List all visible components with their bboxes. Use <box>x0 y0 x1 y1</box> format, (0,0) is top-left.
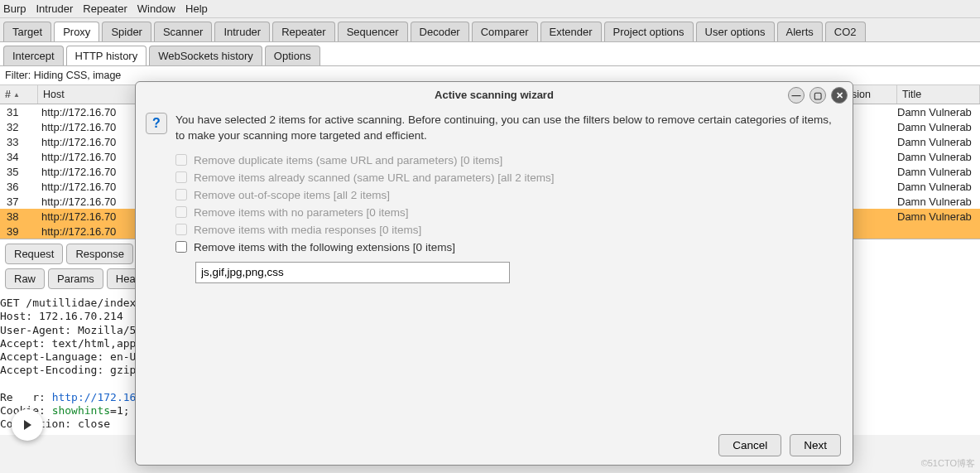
tab-scanner[interactable]: Scanner <box>154 22 212 41</box>
check-label: Remove out-of-scope items [all 2 items] <box>194 189 390 201</box>
cell-num: 37 <box>0 195 38 208</box>
col-title[interactable]: Title <box>897 85 980 104</box>
next-button[interactable]: Next <box>790 434 841 456</box>
tab-sequencer[interactable]: Sequencer <box>338 22 408 41</box>
tab-intruder[interactable]: Intruder <box>214 22 270 41</box>
tab-target[interactable]: Target <box>3 22 51 41</box>
sort-asc-icon: ▲ <box>13 91 20 99</box>
active-scanning-wizard-dialog: Active scanning wizard — ▢ ✕ ? You have … <box>135 81 853 466</box>
cell-num: 39 <box>0 225 38 238</box>
rawtab-params[interactable]: Params <box>48 268 103 289</box>
check-option-2: Remove out-of-scope items [all 2 items] <box>175 189 839 201</box>
checkbox <box>175 154 187 166</box>
cell-title: Damn Vulnerab <box>897 195 980 208</box>
tab-project-options[interactable]: Project options <box>604 22 694 41</box>
watermark: ©51CTO博客 <box>921 457 975 470</box>
cancel-button[interactable]: Cancel <box>718 434 781 456</box>
cell-title: Damn Vulnerab <box>897 210 980 223</box>
cell-num: 34 <box>0 151 38 163</box>
menubar: BurpIntruderRepeaterWindowHelp <box>0 0 980 18</box>
menu-burp[interactable]: Burp <box>3 2 26 15</box>
help-icon[interactable]: ? <box>146 113 167 134</box>
checkbox[interactable] <box>175 241 187 253</box>
check-option-0: Remove duplicate items (same URL and par… <box>175 154 839 167</box>
request-button[interactable]: Request <box>5 244 63 264</box>
checkbox <box>175 224 187 235</box>
check-label: Remove items already scanned (same URL a… <box>194 171 554 184</box>
checkbox <box>175 171 187 183</box>
dialog-intro: You have selected 2 items for active sca… <box>175 113 839 144</box>
play-icon[interactable] <box>12 409 43 441</box>
cell-num: 35 <box>0 166 38 178</box>
response-button[interactable]: Response <box>66 244 133 264</box>
dialog-checks: Remove duplicate items (same URL and par… <box>175 154 839 253</box>
col-number[interactable]: #▲ <box>0 85 38 104</box>
tab-repeater[interactable]: Repeater <box>272 22 334 41</box>
cell-num: 32 <box>0 121 38 133</box>
tab-decoder[interactable]: Decoder <box>411 22 469 41</box>
subtab-websockets-history[interactable]: WebSockets history <box>149 46 262 65</box>
menu-intruder[interactable]: Intruder <box>36 2 73 15</box>
cell-num: 31 <box>0 106 38 118</box>
cell-title: Damn Vulnerab <box>897 106 980 118</box>
cell-num: 36 <box>0 181 38 193</box>
tab-user-options[interactable]: User options <box>696 22 775 41</box>
tab-proxy[interactable]: Proxy <box>54 22 99 41</box>
tab-spider[interactable]: Spider <box>102 22 151 41</box>
check-label: Remove items with no parameters [0 items… <box>194 206 409 219</box>
subtab-http-history[interactable]: HTTP history <box>66 46 147 65</box>
menu-window[interactable]: Window <box>137 2 175 15</box>
check-option-5[interactable]: Remove items with the following extensio… <box>175 241 839 253</box>
rawtab-raw[interactable]: Raw <box>5 268 45 289</box>
cell-num: 33 <box>0 136 38 148</box>
sub-tabs: InterceptHTTP historyWebSockets historyO… <box>0 42 980 66</box>
dialog-title: Active scanning wizard — ▢ ✕ <box>136 82 853 108</box>
check-label: Remove items with media responses [0 ite… <box>194 224 421 236</box>
cell-title: Damn Vulnerab <box>897 166 980 178</box>
cell-title: Damn Vulnerab <box>897 151 980 163</box>
tab-alerts[interactable]: Alerts <box>777 22 823 41</box>
cell-title: Damn Vulnerab <box>897 121 980 133</box>
tab-co2[interactable]: CO2 <box>825 22 866 41</box>
extensions-input[interactable] <box>195 262 510 283</box>
menu-help[interactable]: Help <box>185 2 208 15</box>
maximize-icon[interactable]: ▢ <box>809 87 826 104</box>
tab-extender[interactable]: Extender <box>540 22 602 41</box>
check-label: Remove items with the following extensio… <box>194 241 455 253</box>
subtab-options[interactable]: Options <box>265 46 320 65</box>
cell-num: 38 <box>0 210 38 223</box>
subtab-intercept[interactable]: Intercept <box>3 46 64 65</box>
check-label: Remove duplicate items (same URL and par… <box>194 154 502 167</box>
checkbox <box>175 189 187 200</box>
tab-comparer[interactable]: Comparer <box>472 22 538 41</box>
cell-title: Damn Vulnerab <box>897 136 980 148</box>
check-option-3: Remove items with no parameters [0 items… <box>175 206 839 219</box>
main-tabs: TargetProxySpiderScannerIntruderRepeater… <box>0 18 980 42</box>
checkbox <box>175 206 187 218</box>
close-icon[interactable]: ✕ <box>831 87 848 104</box>
check-option-1: Remove items already scanned (same URL a… <box>175 171 839 184</box>
minimize-icon[interactable]: — <box>788 87 805 104</box>
menu-repeater[interactable]: Repeater <box>83 2 127 15</box>
check-option-4: Remove items with media responses [0 ite… <box>175 224 839 236</box>
cell-title: Damn Vulnerab <box>897 181 980 193</box>
